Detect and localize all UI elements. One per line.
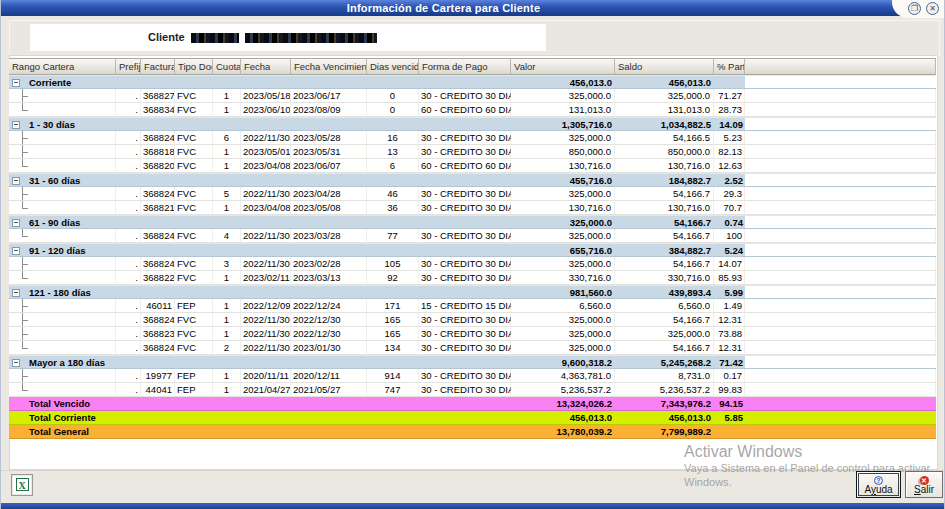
column-header-1[interactable]: Prefijo xyxy=(116,58,141,75)
group-row[interactable]: 61 - 90 días325,000.054,166.70.74 xyxy=(9,215,936,229)
invoice-row[interactable]: .368824FVC42022/11/302023/03/287730 - CR… xyxy=(9,229,936,243)
group-valor: 9,600,318.2 xyxy=(511,355,615,369)
total-row[interactable]: Total Corriente456,013.0456,013.05.85 xyxy=(9,411,936,425)
collapse-icon[interactable] xyxy=(12,219,20,227)
column-header-3[interactable]: Tipo Doc. xyxy=(175,58,213,75)
tree-connector-icon xyxy=(9,187,116,201)
help-button[interactable]: ? Ayuda xyxy=(856,471,901,498)
cell-part: 70.7 xyxy=(714,201,745,215)
client-label: Cliente xyxy=(148,24,377,51)
cell-valor: 325,000.0 xyxy=(511,131,615,145)
invoice-row[interactable]: .368827FVC12023/05/182023/06/17030 - CRE… xyxy=(9,89,936,103)
cell-cuota: 1 xyxy=(213,383,241,397)
cell-saldo: 8,731.0 xyxy=(615,369,714,383)
column-header-11[interactable]: % Part. xyxy=(714,58,745,75)
collapse-icon[interactable] xyxy=(12,79,20,87)
cell-prefijo: . xyxy=(116,131,141,145)
cell-dias: 171 xyxy=(367,299,419,313)
group-row[interactable]: Corriente456,013.0456,013.0 xyxy=(9,75,936,89)
cell-fecha: 2022/11/30 xyxy=(241,187,291,201)
cell-dias: 134 xyxy=(367,341,419,355)
invoice-row[interactable]: .368824FVC62022/11/302023/05/281630 - CR… xyxy=(9,131,936,145)
invoice-row[interactable]: .368820FVC12023/04/082023/06/07660 - CRE… xyxy=(9,159,936,173)
collapse-icon[interactable] xyxy=(12,247,20,255)
cell-valor: 130,716.0 xyxy=(511,159,615,173)
cell-factura: 368823 xyxy=(141,327,175,341)
invoice-row[interactable]: .368821FVC12023/04/082023/05/083630 - CR… xyxy=(9,201,936,215)
cell-fecha: 2020/11/11 xyxy=(241,369,291,383)
cell-dias: 105 xyxy=(367,257,419,271)
cell-part: 71.27 xyxy=(714,89,745,103)
invoice-row[interactable]: .368824FVC32022/11/302023/02/2810530 - C… xyxy=(9,257,936,271)
group-row[interactable]: 31 - 60 días455,716.0184,882.72.52 xyxy=(9,173,936,187)
group-row[interactable]: Mayor a 180 días9,600,318.25,245,268.271… xyxy=(9,355,936,369)
window-title: Información de Cartera para Cliente xyxy=(1,1,886,16)
cell-dias: 165 xyxy=(367,327,419,341)
column-header-7[interactable]: Dias vencidos xyxy=(367,58,419,75)
cell-tipo: FVC xyxy=(175,201,213,215)
cell-valor: 325,000.0 xyxy=(511,89,615,103)
group-row[interactable]: 1 - 30 días1,305,716.01,034,882.514.09 xyxy=(9,117,936,131)
cell-prefijo: . xyxy=(116,187,141,201)
collapse-icon[interactable] xyxy=(12,121,20,129)
exit-button[interactable]: ✕ Salir xyxy=(905,471,943,498)
cell-tipo: FVC xyxy=(175,89,213,103)
cell-part: 5.23 xyxy=(714,131,745,145)
column-header-6[interactable]: Fecha Vencimiento xyxy=(291,58,367,75)
group-label: Corriente xyxy=(29,77,71,88)
cell-part: 12.63 xyxy=(714,159,745,173)
total-label: Total Vencido xyxy=(9,397,116,411)
total-saldo: 7,343,976.2 xyxy=(615,397,714,411)
cell-vencimiento: 2023/05/08 xyxy=(291,201,367,215)
column-header-12[interactable] xyxy=(745,58,936,75)
invoice-row[interactable]: .368818FVC12023/05/012023/05/311330 - CR… xyxy=(9,145,936,159)
invoice-row[interactable]: .44041FEP12021/04/272021/05/2774730 - CR… xyxy=(9,383,936,397)
invoice-row[interactable]: .46011FEP12022/12/092022/12/2417115 - CR… xyxy=(9,299,936,313)
total-row[interactable]: Total Vencido13,324,026.27,343,976.294.1… xyxy=(9,397,936,411)
maximize-icon[interactable]: ❐ xyxy=(908,2,921,15)
invoice-row[interactable]: .368824FVC12022/11/302022/12/3016530 - C… xyxy=(9,313,936,327)
invoice-row[interactable]: .19977FEP12020/11/112020/12/1191430 - CR… xyxy=(9,369,936,383)
close-icon[interactable]: ✕ xyxy=(926,2,939,15)
client-panel: Cliente xyxy=(9,20,940,56)
cell-factura: 368824 xyxy=(141,229,175,243)
invoice-row[interactable]: .368824FVC22022/11/302023/01/3013430 - C… xyxy=(9,341,936,355)
export-excel-button[interactable]: X xyxy=(11,474,33,496)
exit-button-label: Salir xyxy=(906,484,942,496)
cell-vencimiento: 2023/08/09 xyxy=(291,103,367,117)
group-saldo: 1,034,882.5 xyxy=(615,117,714,131)
cell-forma: 30 - CREDITO 30 DIAS xyxy=(419,383,511,397)
cell-cuota: 1 xyxy=(213,327,241,341)
group-label: 121 - 180 días xyxy=(29,287,91,298)
cell-vencimiento: 2023/01/30 xyxy=(291,341,367,355)
column-header-10[interactable]: Saldo xyxy=(615,58,714,75)
column-header-9[interactable]: Valor xyxy=(511,58,615,75)
column-header-2[interactable]: Factura xyxy=(141,58,175,75)
cell-dias: 747 xyxy=(367,383,419,397)
client-field[interactable]: Cliente xyxy=(30,24,546,51)
collapse-icon[interactable] xyxy=(12,177,20,185)
invoice-row[interactable]: .368824FVC52022/11/302023/04/284630 - CR… xyxy=(9,187,936,201)
column-header-4[interactable]: Cuota xyxy=(213,58,241,75)
cell-tipo: FVC xyxy=(175,341,213,355)
cell-cuota: 1 xyxy=(213,271,241,285)
cell-part: 85.93 xyxy=(714,271,745,285)
column-header-8[interactable]: Forma de Pago xyxy=(419,58,511,75)
title-bar[interactable]: Información de Cartera para Cliente xyxy=(1,0,945,16)
invoice-row[interactable]: .368822FVC12023/02/112023/03/139230 - CR… xyxy=(9,271,936,285)
group-row[interactable]: 121 - 180 días981,560.0439,893.45.99 xyxy=(9,285,936,299)
cell-tipo: FVC xyxy=(175,187,213,201)
cell-vencimiento: 2023/05/28 xyxy=(291,131,367,145)
invoice-row[interactable]: .368823FVC12022/11/302022/12/3016530 - C… xyxy=(9,327,936,341)
invoice-row[interactable]: .368834FVC12023/06/102023/08/09060 - CRE… xyxy=(9,103,936,117)
total-part: 5.85 xyxy=(714,411,745,425)
collapse-icon[interactable] xyxy=(12,289,20,297)
total-saldo: 7,799,989.2 xyxy=(615,425,714,439)
total-row[interactable]: Total General13,780,039.27,799,989.2 xyxy=(9,425,936,439)
cell-forma: 30 - CREDITO 30 DIAS xyxy=(419,369,511,383)
collapse-icon[interactable] xyxy=(12,359,20,367)
group-row[interactable]: 91 - 120 días655,716.0384,882.75.24 xyxy=(9,243,936,257)
cell-valor: 5,236,537.2 xyxy=(511,383,615,397)
column-header-5[interactable]: Fecha xyxy=(241,58,291,75)
column-header-0[interactable]: Rango Cartera xyxy=(9,58,116,75)
